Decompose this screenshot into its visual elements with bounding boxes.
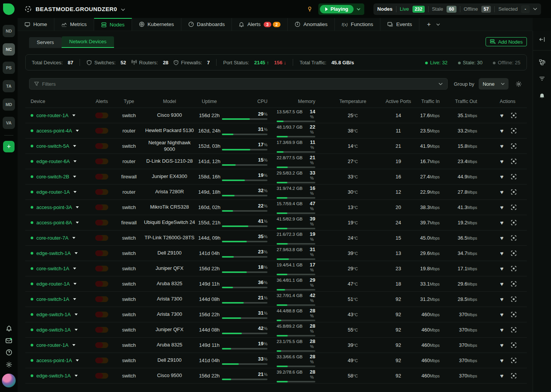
device-link[interactable]: edge-switch-1A xyxy=(36,373,71,379)
device-expand-chevron-icon[interactable] xyxy=(73,283,77,285)
workspace-chevron-icon[interactable] xyxy=(121,6,125,13)
device-expand-chevron-icon[interactable] xyxy=(73,145,76,147)
focus-scan-icon[interactable] xyxy=(511,143,517,149)
filters-input[interactable]: Filters xyxy=(29,78,448,90)
user-avatar[interactable] xyxy=(2,374,16,387)
add-tab-button[interactable]: + xyxy=(427,21,431,28)
tab-metrics[interactable]: Metrics xyxy=(54,18,94,31)
alert-toggle[interactable] xyxy=(95,281,108,287)
device-link[interactable]: core-switch-1A xyxy=(36,296,69,302)
brand-logo[interactable] xyxy=(0,3,18,15)
device-expand-chevron-icon[interactable] xyxy=(73,268,76,270)
focus-scan-icon[interactable] xyxy=(511,113,517,118)
favorite-heart-icon[interactable]: ♥ xyxy=(500,266,504,271)
col-traffic-in[interactable]: Traffic In xyxy=(412,99,442,104)
device-link[interactable]: edge-router-1A xyxy=(36,189,70,195)
live-count-badge[interactable]: 232 xyxy=(412,6,425,13)
favorite-heart-icon[interactable]: ♥ xyxy=(500,235,504,241)
playing-chevron-icon[interactable] xyxy=(357,8,360,10)
favorite-heart-icon[interactable]: ♥ xyxy=(500,128,504,134)
focus-scan-icon[interactable] xyxy=(511,327,517,333)
favorite-heart-icon[interactable]: ♥ xyxy=(500,220,504,225)
alert-toggle[interactable] xyxy=(95,143,108,149)
favorite-heart-icon[interactable]: ♥ xyxy=(500,174,504,180)
favorite-heart-icon[interactable]: ♥ xyxy=(500,204,504,210)
favorite-heart-icon[interactable]: ♥ xyxy=(500,281,504,287)
alert-toggle[interactable] xyxy=(95,204,108,210)
focus-scan-icon[interactable] xyxy=(511,189,517,195)
favorite-heart-icon[interactable]: ♥ xyxy=(500,113,504,118)
focus-scan-icon[interactable] xyxy=(511,204,517,210)
favorite-heart-icon[interactable]: ♥ xyxy=(500,158,504,164)
favorite-heart-icon[interactable]: ♥ xyxy=(500,358,504,363)
playing-button[interactable]: Playing xyxy=(320,5,354,13)
tab-functions[interactable]: f(x) Functions xyxy=(335,18,380,31)
favorite-heart-icon[interactable]: ♥ xyxy=(500,143,504,149)
tab-nodes[interactable]: Nodes xyxy=(94,18,132,31)
tab-dashboards[interactable]: Dashboards xyxy=(181,18,232,31)
table-settings-gear-icon[interactable] xyxy=(515,81,522,87)
focus-scan-icon[interactable] xyxy=(511,342,517,348)
device-expand-chevron-icon[interactable] xyxy=(76,359,79,361)
focus-scan-icon[interactable] xyxy=(511,235,517,241)
settings-gear-icon[interactable] xyxy=(6,361,12,368)
device-link[interactable]: access-point-1A xyxy=(36,358,72,363)
col-traffic-out[interactable]: Traffic Out xyxy=(442,99,479,104)
focus-scan-icon[interactable] xyxy=(511,266,517,271)
device-link[interactable]: core-router-1A xyxy=(36,342,68,348)
device-link[interactable]: core-switch-5A xyxy=(36,143,69,149)
selected-chevron-icon[interactable] xyxy=(533,8,537,10)
alert-toggle[interactable] xyxy=(95,158,108,164)
alert-toggle[interactable] xyxy=(95,342,108,348)
lightbulb-icon[interactable] xyxy=(306,6,313,12)
topology-tree-icon[interactable] xyxy=(539,59,546,65)
favorite-heart-icon[interactable]: ♥ xyxy=(500,312,504,317)
alert-toggle[interactable] xyxy=(95,189,108,195)
favorite-heart-icon[interactable]: ♥ xyxy=(500,327,504,333)
filters-chevron-icon[interactable] xyxy=(439,83,443,85)
col-type[interactable]: Type xyxy=(116,99,142,104)
subtab-servers[interactable]: Servers xyxy=(29,37,62,48)
device-expand-chevron-icon[interactable] xyxy=(73,176,76,178)
col-model[interactable]: Model xyxy=(142,99,197,104)
stale-count-badge[interactable]: 60 xyxy=(447,6,456,13)
inbox-mail-icon[interactable] xyxy=(5,337,12,343)
alert-toggle[interactable] xyxy=(95,174,108,180)
device-link[interactable]: edge-router-1A xyxy=(36,281,70,287)
device-expand-chevron-icon[interactable] xyxy=(76,130,79,132)
device-expand-chevron-icon[interactable] xyxy=(75,329,78,331)
favorite-heart-icon[interactable]: ♥ xyxy=(500,296,504,302)
tab-alerts[interactable]: Alerts 3 2 xyxy=(232,18,288,31)
device-link[interactable]: edge-switch-1A xyxy=(36,312,71,317)
col-memory[interactable]: Memory xyxy=(273,99,321,104)
device-link[interactable]: access-point-8A xyxy=(36,220,72,225)
col-uptime[interactable]: Uptime xyxy=(197,99,222,104)
more-tabs-chevron-icon[interactable] xyxy=(436,23,440,26)
favorite-heart-icon[interactable]: ♥ xyxy=(500,250,504,256)
device-link[interactable]: core-router-7A xyxy=(36,235,68,241)
col-temperature[interactable]: Temperature xyxy=(321,99,385,104)
tab-anomalies[interactable]: Anomalies xyxy=(288,18,335,31)
help-circle-icon[interactable] xyxy=(6,349,12,356)
filter-lines-icon[interactable] xyxy=(539,76,545,82)
bell-icon[interactable] xyxy=(539,92,545,99)
device-expand-chevron-icon[interactable] xyxy=(75,314,78,315)
alert-toggle[interactable] xyxy=(95,327,108,333)
col-device[interactable]: Device xyxy=(25,99,88,104)
device-link[interactable]: core-switch-2B xyxy=(36,174,69,180)
add-nodes-button[interactable]: Add Nodes xyxy=(486,37,527,46)
group-by-select[interactable]: None xyxy=(479,78,509,90)
playback-control[interactable]: Playing xyxy=(318,3,364,15)
device-link[interactable]: core-router-1A xyxy=(36,113,68,118)
notifications-bell-icon[interactable] xyxy=(6,325,12,332)
device-expand-chevron-icon[interactable] xyxy=(72,344,75,346)
focus-scan-icon[interactable] xyxy=(511,220,517,225)
focus-scan-icon[interactable] xyxy=(511,281,517,287)
focus-scan-icon[interactable] xyxy=(511,296,517,302)
alert-toggle[interactable] xyxy=(95,358,108,363)
alert-toggle[interactable] xyxy=(95,266,108,271)
sidebar-item-nc[interactable]: NC xyxy=(3,43,15,56)
add-workspace-button[interactable]: + xyxy=(3,141,15,152)
alert-toggle[interactable] xyxy=(95,220,108,225)
device-expand-chevron-icon[interactable] xyxy=(75,375,78,377)
